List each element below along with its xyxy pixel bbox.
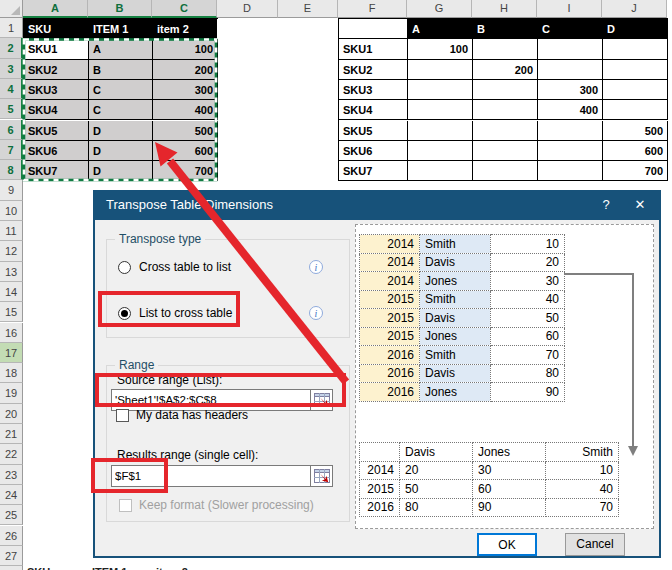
cell[interactable]: 600	[603, 141, 668, 161]
cell[interactable]: 700	[603, 161, 668, 181]
select-all-corner[interactable]	[0, 0, 23, 18]
cell[interactable]: D	[89, 141, 153, 161]
row-header-17[interactable]: 17	[0, 343, 23, 363]
cell[interactable]: SKU2	[339, 60, 408, 80]
cell-header-C[interactable]: C	[538, 19, 603, 39]
cell[interactable]	[408, 141, 473, 161]
row-header-18[interactable]: 18	[0, 363, 23, 383]
cell[interactable]: SKU2	[24, 60, 89, 80]
cell[interactable]: 100	[153, 39, 218, 59]
col-header-D[interactable]: D	[217, 0, 278, 18]
cell[interactable]	[339, 19, 408, 39]
dialog-titlebar[interactable]: Transpose Table Dimensions ? ✕	[93, 190, 661, 220]
cell-header-D[interactable]: D	[603, 19, 668, 39]
radio-cross-table-to-list[interactable]: Cross table to list	[118, 260, 308, 274]
cell-header-SKU[interactable]: SKU	[24, 19, 89, 39]
row-header-9[interactable]: 9	[0, 180, 23, 200]
cell[interactable]	[538, 161, 603, 181]
col-header-G[interactable]: G	[407, 0, 472, 18]
row-header-15[interactable]: 15	[0, 302, 23, 322]
cell[interactable]: C	[89, 80, 153, 100]
cell[interactable]: 500	[603, 121, 668, 141]
row-header-6[interactable]: 6	[0, 120, 23, 140]
cell[interactable]: SKU5	[24, 121, 89, 141]
cell-header-item 2[interactable]: item 2	[153, 19, 217, 39]
col-header-I[interactable]: I	[537, 0, 602, 18]
cell[interactable]: 200	[473, 60, 538, 80]
cell[interactable]	[603, 60, 668, 80]
help-icon[interactable]: ?	[593, 196, 619, 214]
row-header-16[interactable]: 16	[0, 323, 23, 343]
col-header-E[interactable]: E	[278, 0, 338, 18]
cell-header-A[interactable]: A	[408, 19, 473, 39]
row-header-28[interactable]: 28	[0, 566, 23, 570]
row-header-23[interactable]: 23	[0, 465, 23, 485]
col-header-F[interactable]: F	[338, 0, 407, 18]
checkbox-unchecked-icon[interactable]	[116, 409, 129, 422]
cell[interactable]	[408, 60, 473, 80]
row-header-3[interactable]: 3	[0, 59, 23, 79]
cell[interactable]: SKU1	[339, 39, 408, 59]
col-header-C[interactable]: C	[152, 0, 217, 18]
row-header-11[interactable]: 11	[0, 221, 23, 241]
cancel-button[interactable]: Cancel	[565, 533, 625, 556]
cell[interactable]	[408, 161, 473, 181]
row-header-25[interactable]: 25	[0, 505, 23, 525]
row-header-14[interactable]: 14	[0, 282, 23, 302]
col-header-A[interactable]: A	[23, 0, 88, 18]
col-header-J[interactable]: J	[602, 0, 667, 18]
row-header-22[interactable]: 22	[0, 444, 23, 464]
row-header-4[interactable]: 4	[0, 79, 23, 99]
info-icon[interactable]: i	[309, 260, 323, 274]
cell[interactable]	[408, 80, 473, 100]
cell[interactable]: SKU7	[24, 161, 89, 181]
row-header-20[interactable]: 20	[0, 404, 23, 424]
cell[interactable]: D	[89, 121, 153, 141]
cell[interactable]: 600	[153, 141, 218, 161]
cell[interactable]: C	[89, 100, 153, 120]
row-header-5[interactable]: 5	[0, 99, 23, 119]
cell[interactable]: SKU6	[24, 141, 89, 161]
cell[interactable]: 100	[408, 39, 473, 59]
info-icon[interactable]: i	[309, 306, 323, 320]
row-header-10[interactable]: 10	[0, 201, 23, 221]
row-header-13[interactable]: 13	[0, 262, 23, 282]
row-header-1[interactable]: 1	[0, 18, 23, 38]
cell[interactable]	[408, 100, 473, 120]
cell[interactable]: B	[89, 60, 153, 80]
cell[interactable]	[538, 39, 603, 59]
cell[interactable]	[473, 121, 538, 141]
cell[interactable]	[538, 60, 603, 80]
cell[interactable]: SKU4	[339, 100, 408, 120]
my-data-has-headers-row[interactable]: My data has headers	[116, 408, 248, 422]
cell[interactable]: 500	[153, 121, 218, 141]
cell[interactable]: 400	[153, 100, 218, 120]
cell[interactable]: SKU3	[339, 80, 408, 100]
cell[interactable]	[473, 39, 538, 59]
row-header-24[interactable]: 24	[0, 485, 23, 505]
cell[interactable]: 200	[153, 60, 218, 80]
cell[interactable]	[538, 141, 603, 161]
cell-header-B[interactable]: B	[473, 19, 538, 39]
cell[interactable]: 300	[153, 80, 218, 100]
row-header-2[interactable]: 2	[0, 38, 23, 58]
cell[interactable]	[473, 80, 538, 100]
cell-header-ITEM 1[interactable]: ITEM 1	[89, 19, 153, 39]
cell[interactable]	[603, 39, 668, 59]
row-header-7[interactable]: 7	[0, 140, 23, 160]
cell[interactable]: D	[89, 161, 153, 181]
col-header-B[interactable]: B	[88, 0, 152, 18]
cell[interactable]	[538, 121, 603, 141]
col-header-H[interactable]: H	[472, 0, 537, 18]
cell[interactable]	[473, 161, 538, 181]
cell[interactable]	[603, 100, 668, 120]
cell[interactable]	[473, 100, 538, 120]
cell[interactable]: SKU5	[339, 121, 408, 141]
cell[interactable]: SKU7	[339, 161, 408, 181]
cell[interactable]	[603, 80, 668, 100]
range-picker-icon[interactable]	[311, 465, 333, 487]
row-header-27[interactable]: 27	[0, 546, 23, 566]
cell[interactable]	[473, 141, 538, 161]
radio-off-icon[interactable]	[118, 261, 131, 274]
row-header-19[interactable]: 19	[0, 383, 23, 403]
